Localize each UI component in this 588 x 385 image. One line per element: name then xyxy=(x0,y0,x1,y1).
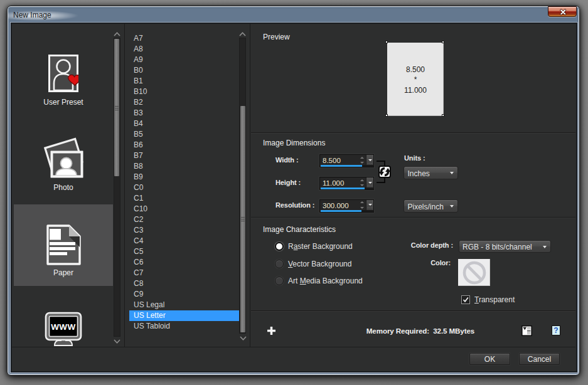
svg-text:WWW: WWW xyxy=(51,322,76,332)
